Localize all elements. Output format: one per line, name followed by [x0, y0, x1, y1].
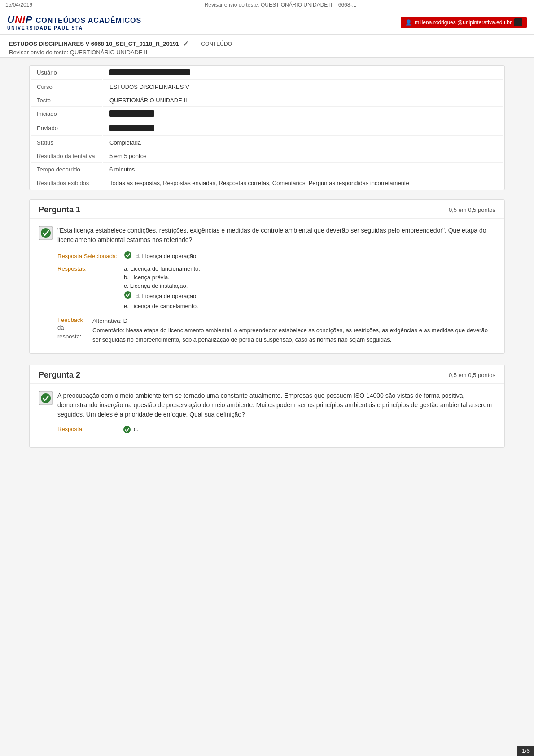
info-row-enviado: Enviado — [31, 122, 503, 136]
question-header-2: Pergunta 2 0,5 em 0,5 pontos — [30, 365, 504, 384]
label-status: Status — [31, 136, 102, 149]
resposta-c-row: Resposta c. — [57, 426, 495, 435]
value-teste: QUESTIONÁRIO UNIDADE II — [103, 94, 503, 107]
value-iniciado — [103, 108, 503, 121]
nav-area: ESTUDOS DISCIPLINARES V 6668-10_SEI_CT_0… — [0, 35, 534, 58]
resposta-e-text: e. Licença de cancelamento. — [124, 303, 198, 309]
redacted-iniciado — [109, 110, 154, 117]
feedback-alternativa: Alternativa: D — [92, 316, 495, 326]
answer-block-2: Resposta c. — [57, 426, 495, 435]
value-usuario — [103, 66, 503, 80]
question-body-2: A preocupação com o meio ambiente tem se… — [30, 384, 504, 447]
feedback-label: Feedback — [57, 316, 89, 323]
question-points-2: 0,5 em 0,5 pontos — [449, 372, 495, 378]
value-tempo: 6 minutos — [103, 163, 503, 176]
resposta-c-value: c. — [134, 426, 138, 432]
redacted-usuario — [109, 69, 190, 75]
question-text-area-1: "Esta licença estabelece condições, rest… — [39, 226, 495, 245]
value-status: Completada — [103, 136, 503, 149]
page-subtitle: Revisar envio do teste: QUESTIONÁRIO UNI… — [9, 49, 525, 56]
user-icon-box — [514, 18, 522, 26]
resposta-b-text: b. Licença prévia. — [124, 274, 170, 281]
header-right: 👤 millena.rodrigues @unipinterativa.edu.… — [401, 17, 527, 28]
answer-section-1: Resposta Selecionada: d. Licença de oper… — [57, 251, 495, 344]
question-points-1: 0,5 em 0,5 pontos — [449, 207, 495, 213]
resposta-item-e: e. Licença de cancelamento. — [124, 303, 200, 309]
resposta-selecionada-1: Resposta Selecionada: d. Licença de oper… — [57, 251, 495, 261]
info-row-teste: Teste QUESTIONÁRIO UNIDADE II — [31, 94, 503, 107]
feedback-content-1: Alternativa: D Comentário: Nessa etapa d… — [92, 316, 495, 344]
header: UNIP CONTEÚDOS ACADÊMICOS UNIVERSIDADE P… — [0, 10, 534, 35]
logo: UNIP CONTEÚDOS ACADÊMICOS — [7, 14, 141, 26]
nav-label: CONTEÚDOS ACADÊMICOS — [36, 17, 141, 24]
resposta-a-text: a. Licença de funcionamento. — [124, 265, 200, 272]
resposta-selecionada-value-1: d. Licença de operação. — [136, 253, 198, 259]
svg-point-2 — [124, 251, 131, 259]
label-resultado: Resultado da tentativa — [31, 150, 102, 163]
resposta-item-d: d. Licença de operação. — [124, 291, 200, 301]
top-bar-title: Revisar envio do teste: QUESTIONÁRIO UNI… — [205, 2, 357, 8]
check-icon-d — [124, 291, 132, 301]
question-correct-icon-1 — [39, 226, 53, 240]
check-icon-q2 — [123, 426, 131, 435]
breadcrumb: ESTUDOS DISCIPLINARES V 6668-10_SEI_CT_0… — [9, 40, 525, 48]
question-text-area-2: A preocupação com o meio ambiente tem se… — [39, 391, 495, 419]
value-resultado: 5 em 5 pontos — [103, 150, 503, 163]
feedback-resposta: resposta: — [57, 332, 89, 341]
label-curso: Curso — [31, 81, 102, 93]
svg-point-6 — [123, 426, 131, 433]
info-row-iniciado: Iniciado — [31, 108, 503, 121]
value-resultados-exibidos: Todas as respostas, Respostas enviadas, … — [103, 177, 503, 189]
respostas-row-1: Respostas: a. Licença de funcionamento. … — [57, 265, 495, 309]
question-correct-icon-2 — [39, 391, 53, 405]
check-icon: ✓ — [183, 40, 188, 48]
section-label: CONTEÚDO — [201, 41, 232, 47]
redacted-enviado — [109, 125, 154, 131]
resposta-item-c: c. Licença de instalação. — [124, 282, 200, 289]
feedback-section-1: Feedback da resposta: Alternativa: D Com… — [57, 316, 495, 344]
feedback-comentario: Comentário: Nessa etapa do licenciamento… — [92, 326, 495, 345]
label-iniciado: Iniciado — [31, 108, 102, 121]
svg-point-5 — [41, 393, 51, 403]
label-tempo: Tempo decorrido — [31, 163, 102, 176]
resposta-item-b: b. Licença prévia. — [124, 274, 200, 281]
label-enviado: Enviado — [31, 122, 102, 136]
info-row-usuario: Usuário — [31, 66, 503, 80]
label-usuario: Usuário — [31, 66, 102, 80]
question-card-1: Pergunta 1 0,5 em 0,5 pontos "Esta licen… — [29, 199, 505, 354]
question-card-2: Pergunta 2 0,5 em 0,5 pontos A preocupaç… — [29, 365, 505, 448]
check-icon-selected — [124, 251, 132, 261]
info-row-resultados-exibidos: Resultados exibidos Todas as respostas, … — [31, 177, 503, 189]
respostas-label-1: Respostas: — [57, 265, 120, 309]
resposta-selecionada-label-1: Resposta Selecionada: — [57, 253, 120, 259]
resposta-item-a: a. Licença de funcionamento. — [124, 265, 200, 272]
question-title-2: Pergunta 2 — [39, 370, 80, 380]
info-row-curso: Curso ESTUDOS DISCIPLINARES V — [31, 81, 503, 93]
info-row-status: Status Completada — [31, 136, 503, 149]
question-text-2: A preocupação com o meio ambiente tem se… — [57, 391, 495, 419]
feedback-da: da — [57, 323, 89, 332]
resposta-c-text: c. Licença de instalação. — [124, 282, 188, 289]
info-row-tempo: Tempo decorrido 6 minutos — [31, 163, 503, 176]
user-icon: 👤 — [405, 19, 412, 26]
respostas-list-1: a. Licença de funcionamento. b. Licença … — [124, 265, 200, 309]
info-table: Usuário Curso ESTUDOS DISCIPLINARES V Te… — [29, 65, 505, 190]
breadcrumb-course: ESTUDOS DISCIPLINARES V 6668-10_SEI_CT_0… — [9, 40, 179, 47]
main-content: Usuário Curso ESTUDOS DISCIPLINARES V Te… — [20, 58, 514, 466]
question-header-1: Pergunta 1 0,5 em 0,5 pontos — [30, 200, 504, 219]
resposta-label-q2: Resposta — [57, 426, 120, 432]
logo-area: UNIP CONTEÚDOS ACADÊMICOS UNIVERSIDADE P… — [7, 14, 141, 31]
top-bar: 15/04/2019 Revisar envio do teste: QUEST… — [0, 0, 534, 10]
top-bar-date: 15/04/2019 — [5, 2, 32, 8]
logo-subtitle: UNIVERSIDADE PAULISTA — [7, 26, 141, 31]
question-text-1: "Esta licença estabelece condições, rest… — [57, 226, 495, 245]
user-email-badge[interactable]: 👤 millena.rodrigues @unipinterativa.edu.… — [401, 17, 527, 28]
info-row-resultado: Resultado da tentativa 5 em 5 pontos — [31, 150, 503, 163]
value-curso: ESTUDOS DISCIPLINARES V — [103, 81, 503, 93]
svg-point-1 — [41, 228, 51, 238]
value-enviado — [103, 122, 503, 136]
question-body-1: "Esta licença estabelece condições, rest… — [30, 219, 504, 353]
resposta-d-text: d. Licença de operação. — [136, 293, 198, 299]
user-email: millena.rodrigues @unipinterativa.edu.br — [415, 19, 512, 26]
label-resultados-exibidos: Resultados exibidos — [31, 177, 102, 189]
